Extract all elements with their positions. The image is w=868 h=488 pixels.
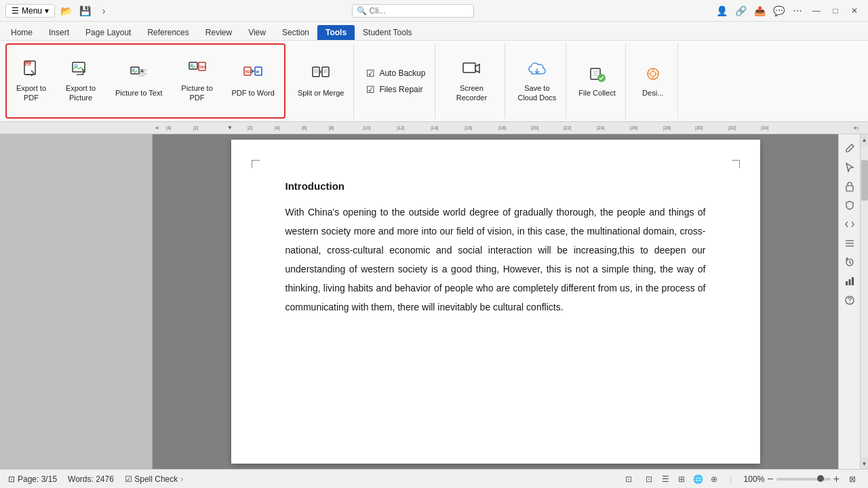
comment-button[interactable]: 💬 xyxy=(770,3,787,19)
user-button[interactable]: 👤 xyxy=(713,3,730,19)
title-bar: ☰ Menu ▾ 📂 💾 › 🔍 👤 🔗 📤 💬 ⋯ — □ ✕ xyxy=(0,0,868,22)
scroll-up-button[interactable]: ▲ xyxy=(861,134,869,145)
export-to-pdf-button[interactable]: PDF Export toPDF xyxy=(11,47,52,115)
screen-recorder-button[interactable]: Screen Recorder xyxy=(442,46,500,116)
ribbon-save-cloud-group: Save toCloud Docs xyxy=(508,43,566,119)
tab-view[interactable]: View xyxy=(240,25,274,40)
page-indicator: ⊡ Page: 3/15 xyxy=(8,474,57,484)
tab-student-tools[interactable]: Student Tools xyxy=(355,25,420,40)
auto-backup-button[interactable]: ☑ Auto Backup xyxy=(361,66,431,81)
checkbox-backup-icon: ☑ xyxy=(366,68,375,79)
tab-home[interactable]: Home xyxy=(3,25,41,40)
page-corner-top-right xyxy=(732,160,740,168)
svg-text:W: W xyxy=(256,70,260,74)
close-button[interactable]: ✕ xyxy=(846,3,863,19)
spellcheck-indicator[interactable]: ☑ Spell Check › xyxy=(125,474,183,484)
save-button[interactable]: 💾 xyxy=(77,3,93,19)
svg-rect-36 xyxy=(852,277,854,285)
search-icon: 🔍 xyxy=(357,6,367,16)
code-button[interactable] xyxy=(841,216,859,233)
menu-button[interactable]: ☰ Menu ▾ xyxy=(5,4,55,18)
files-repair-button[interactable]: ☑ Files Repair xyxy=(361,82,431,97)
tab-page-layout[interactable]: Page Layout xyxy=(77,25,139,40)
history-button[interactable] xyxy=(841,253,859,271)
screen-recorder-label: Screen Recorder xyxy=(448,84,495,102)
view-mode-page-button[interactable]: ⊡ xyxy=(642,472,656,487)
tab-references[interactable]: References xyxy=(139,25,197,40)
zoom-in-button[interactable]: + xyxy=(833,473,840,485)
zoom-level: 100% xyxy=(740,474,764,484)
zoom-slider-thumb[interactable] xyxy=(817,475,824,482)
main-area: Introduction With China's opening to the… xyxy=(0,134,868,469)
svg-text:PDF: PDF xyxy=(245,70,252,74)
file-collect-button[interactable]: File Collect xyxy=(573,46,620,116)
svg-rect-30 xyxy=(846,186,853,191)
svg-rect-34 xyxy=(846,281,848,285)
picture-text-icon: A xyxy=(130,64,149,86)
ribbon-conversion-group: PDF Export toPDF Export to Picture xyxy=(5,43,285,119)
view-mode-grid-button[interactable]: ⊞ xyxy=(674,472,689,487)
minimize-button[interactable]: — xyxy=(808,3,825,19)
ruler: ◄ ► |4| |2| ▼ |2| |4| |6| |8| |10| |12| … xyxy=(0,122,868,134)
open-file-button[interactable]: 📂 xyxy=(58,3,74,19)
scroll-track[interactable] xyxy=(861,146,868,457)
search-input[interactable] xyxy=(370,6,465,16)
menu-label: Menu xyxy=(22,6,42,16)
tab-tools[interactable]: Tools xyxy=(317,25,355,40)
scroll-down-button[interactable]: ▼ xyxy=(861,458,869,469)
zoom-slider[interactable] xyxy=(776,478,831,481)
ribbon-backup-group: ☑ Auto Backup ☑ Files Repair xyxy=(357,43,435,119)
more-recent-button[interactable]: › xyxy=(96,3,112,19)
files-repair-label: Files Repair xyxy=(379,85,422,94)
checkbox-repair-icon: ☑ xyxy=(366,84,375,95)
svg-rect-24 xyxy=(463,63,475,73)
tab-insert[interactable]: Insert xyxy=(41,25,77,40)
tab-review[interactable]: Review xyxy=(197,25,240,40)
expand-view-button[interactable]: ⊡ xyxy=(621,472,636,487)
lock-button[interactable] xyxy=(841,178,859,195)
status-bar: ⊡ Page: 3/15 Words: 2476 ☑ Spell Check ›… xyxy=(0,469,868,488)
share-button[interactable]: 🔗 xyxy=(732,3,749,19)
picture-to-text-button[interactable]: A Picture to Text xyxy=(110,47,168,115)
scroll-thumb[interactable] xyxy=(861,160,868,201)
ribbon-split-merge-group: Split or Merge xyxy=(288,43,354,119)
view-mode-web-button[interactable]: 🌐 xyxy=(690,472,705,487)
word-count: Words: 2476 xyxy=(68,474,114,484)
svg-rect-16 xyxy=(313,67,319,77)
zoom-control: 100% − + xyxy=(740,473,840,485)
shield-button[interactable] xyxy=(841,197,859,214)
cursor-button[interactable] xyxy=(841,159,859,176)
resize-view-button[interactable]: ⊠ xyxy=(845,472,860,487)
pdf-to-word-button[interactable]: PDF W PDF to Word xyxy=(226,47,280,115)
picture-to-pdf-button[interactable]: PDF Picture to PDF xyxy=(168,47,226,115)
split-merge-button[interactable]: Split or Merge xyxy=(292,46,349,116)
svg-text:PDF: PDF xyxy=(26,63,33,67)
svg-marker-25 xyxy=(475,64,479,73)
design-button[interactable]: Desi... xyxy=(633,46,673,116)
maximize-button[interactable]: □ xyxy=(827,3,844,19)
tab-section[interactable]: Section xyxy=(274,25,317,40)
document-heading: Introduction xyxy=(285,180,706,192)
document-area[interactable]: Introduction With China's opening to the… xyxy=(153,134,838,469)
help-button[interactable] xyxy=(841,291,859,309)
view-mode-extra-button[interactable]: ⊕ xyxy=(707,472,722,487)
ribbon-screen-recorder-group: Screen Recorder xyxy=(438,43,505,119)
search-bar[interactable]: 🔍 xyxy=(352,4,474,18)
export-to-picture-button[interactable]: Export to Picture xyxy=(52,47,110,115)
menu-lines-button[interactable] xyxy=(841,235,859,252)
zoom-out-button[interactable]: − xyxy=(767,473,773,485)
more-options-button[interactable]: ⋯ xyxy=(789,3,806,19)
split-merge-label: Split or Merge xyxy=(298,89,344,98)
spellcheck-label: ☑ Spell Check xyxy=(125,474,178,484)
auto-backup-label: Auto Backup xyxy=(379,68,425,78)
split-merge-icon xyxy=(311,64,330,86)
save-cloud-button[interactable]: Save toCloud Docs xyxy=(512,46,561,116)
picture-pdf-icon: PDF xyxy=(188,60,207,81)
svg-text:A: A xyxy=(140,68,144,73)
pencil-button[interactable] xyxy=(841,140,859,157)
export-quick-button[interactable]: 📤 xyxy=(751,3,768,19)
chart-button[interactable] xyxy=(841,272,859,290)
vertical-scrollbar[interactable]: ▲ ▼ xyxy=(860,134,868,469)
status-bar-left: ⊡ Page: 3/15 Words: 2476 ☑ Spell Check › xyxy=(8,474,183,484)
view-mode-outline-button[interactable]: ☰ xyxy=(658,472,673,487)
